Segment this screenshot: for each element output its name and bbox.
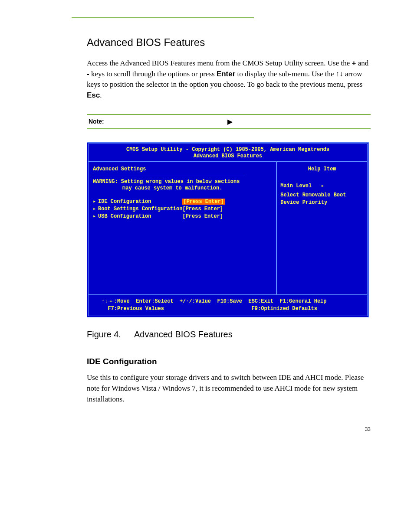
triangle-icon: ▸ xyxy=(93,213,98,220)
bios-title-line: Advanced BIOS Features xyxy=(90,153,365,160)
subsection-title: IDE Configuration xyxy=(87,357,371,366)
bios-body: Advanced Settings WARNING: Setting wrong… xyxy=(89,161,367,295)
bios-screenshot: CMOS Setup Utility - Copyright (C) 1985-… xyxy=(87,142,369,318)
intro-text: keys to scroll through the options or pr… xyxy=(89,70,217,78)
bios-warning-line: WARNING: Setting wrong values in below s… xyxy=(93,179,272,186)
arrow-keys-icon: ↑↓ xyxy=(336,70,343,78)
intro-text: Access the Advanced BIOS Features menu f… xyxy=(87,59,352,67)
intro-text: to display the sub-menu. Use the xyxy=(235,70,335,78)
bios-warning-line: may cause system to malfunction. xyxy=(93,185,272,192)
item-value: [Press Enter] xyxy=(182,213,223,219)
note-arrow-icon: ▶ xyxy=(227,117,233,126)
bios-title: CMOS Setup Utility - Copyright (C) 1985-… xyxy=(89,144,367,161)
bios-help-row: Main Level ▸ xyxy=(280,183,364,189)
intro-paragraph: Access the Advanced BIOS Features menu f… xyxy=(87,58,371,101)
bios-right-pane: Help Item Main Level ▸ Select Removable … xyxy=(277,162,367,294)
bios-menu-item[interactable]: ▸IDE Configuration [Press Enter] xyxy=(93,198,272,206)
figure-caption: Figure 4.Advanced BIOS Features xyxy=(87,330,371,339)
bios-menu-item[interactable]: ▸Boot Settings Configuration[Press Enter… xyxy=(93,206,272,213)
enter-key: Enter xyxy=(217,70,235,78)
page-number: 33 xyxy=(43,426,371,432)
intro-text: and xyxy=(356,59,368,67)
help-text-line: Device Priority xyxy=(280,199,364,206)
plus-key: + xyxy=(352,59,356,67)
esc-key: Esc xyxy=(87,91,100,99)
note-label: Note: xyxy=(89,118,219,125)
bios-footer: ↑↓→←:Move Enter:Select +/-/:Value F10:Sa… xyxy=(89,295,367,316)
subsection-body: Use this to configure your storage drive… xyxy=(87,372,371,405)
item-value: [Press Enter] xyxy=(182,206,223,212)
figure-number: Figure 4. xyxy=(87,330,121,339)
bios-warning: WARNING: Setting wrong values in below s… xyxy=(93,179,272,192)
note-box: Note: ▶ xyxy=(87,114,371,129)
intro-text: . xyxy=(100,91,102,99)
help-text-line: Select Removable Boot xyxy=(280,192,364,199)
item-label: USB Configuration xyxy=(98,213,151,219)
triangle-icon: ▸ xyxy=(93,206,98,213)
divider xyxy=(93,175,245,175)
bios-left-pane: Advanced Settings WARNING: Setting wrong… xyxy=(89,162,277,294)
footer-line: F7:Previous Values F9:Optimized Defaults xyxy=(102,305,363,313)
figure-title: Advanced BIOS Features xyxy=(134,330,233,339)
bios-help-text: Select Removable Boot Device Priority xyxy=(280,192,364,206)
bios-left-heading: Advanced Settings xyxy=(93,166,272,172)
bios-menu-item[interactable]: ▸USB Configuration [Press Enter] xyxy=(93,213,272,220)
header-rule xyxy=(72,17,254,18)
item-label: Boot Settings Configuration xyxy=(98,206,182,212)
bios-title-line: CMOS Setup Utility - Copyright (C) 1985-… xyxy=(90,147,365,153)
page-header: Configuring the BIOS xyxy=(43,17,371,21)
bios-right-heading: Help Item xyxy=(280,166,364,172)
item-value-selected: [Press Enter] xyxy=(182,199,225,205)
footer-line: ↑↓→←:Move Enter:Select +/-/:Value F10:Sa… xyxy=(102,298,363,305)
item-label: IDE Configuration xyxy=(98,199,151,205)
triangle-icon: ▸ xyxy=(93,198,98,206)
section-title: Advanced BIOS Features xyxy=(87,36,371,49)
